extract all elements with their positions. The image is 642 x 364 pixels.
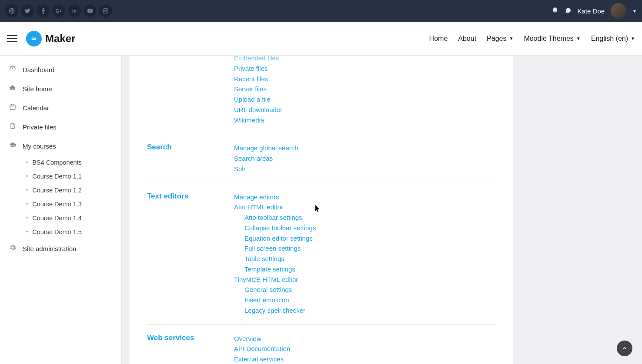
main-content: Embedded filesPrivate filesRecent filesS… xyxy=(122,56,642,364)
setting-link[interactable]: Manage global search xyxy=(234,143,496,153)
sidebar: Dashboard Site home Calendar Private fil… xyxy=(0,56,122,364)
brand[interactable]: ∞ Maker xyxy=(26,31,75,46)
nav-home[interactable]: Home xyxy=(429,35,448,43)
instagram-icon[interactable] xyxy=(99,4,112,17)
nav-themes[interactable]: Moodle Themes▼ xyxy=(524,35,580,43)
nav-themes-label: Moodle Themes xyxy=(524,35,573,43)
setting-link[interactable]: External services xyxy=(234,354,496,364)
linkedin-icon[interactable]: in xyxy=(68,4,81,17)
sidebar-calendar[interactable]: Calendar xyxy=(0,98,121,117)
setting-sub-link[interactable]: Legacy spell checker xyxy=(234,305,496,316)
svg-point-2 xyxy=(105,10,107,12)
setting-sub-link[interactable]: General settings xyxy=(234,285,496,295)
twitter-icon[interactable] xyxy=(21,4,34,17)
sidebar-course-item[interactable]: Course Demo 1.1 xyxy=(17,169,121,183)
sidebar-my-courses[interactable]: My courses xyxy=(0,136,121,156)
setting-link[interactable]: Solr xyxy=(234,164,496,174)
setting-link[interactable]: Atto HTML editor xyxy=(234,202,496,212)
nav-about[interactable]: About xyxy=(458,35,476,43)
user-menu-caret-icon[interactable]: ▼ xyxy=(632,9,637,13)
section-search: Search Manage global searchSearch areasS… xyxy=(147,134,496,183)
sidebar-calendar-label: Calendar xyxy=(23,104,49,112)
section-text-editors-title[interactable]: Text editors xyxy=(147,192,188,200)
username[interactable]: Kate Doe xyxy=(578,7,605,15)
nav-lang-label: English (en) xyxy=(591,35,628,43)
caret-down-icon: ▼ xyxy=(576,36,581,41)
setting-link[interactable]: Search areas xyxy=(234,153,496,164)
nav-pages[interactable]: Pages▼ xyxy=(487,35,513,43)
youtube-icon[interactable] xyxy=(84,4,97,17)
svg-point-3 xyxy=(107,9,107,10)
dashboard-icon xyxy=(9,65,17,74)
scroll-top-button[interactable] xyxy=(617,341,632,356)
navbar: ∞ Maker Home About Pages▼ Moodle Themes▼… xyxy=(0,22,642,56)
sidebar-dashboard-label: Dashboard xyxy=(23,66,54,73)
setting-sub-link[interactable]: Insert emoticon xyxy=(234,295,496,305)
sidebar-site-admin-label: Site administration xyxy=(23,245,76,252)
setting-link[interactable]: TinyMCE HTML editor xyxy=(234,275,496,285)
section-search-title[interactable]: Search xyxy=(147,143,172,151)
sidebar-my-courses-label: My courses xyxy=(23,142,56,150)
graduation-icon xyxy=(9,142,17,150)
setting-link[interactable]: Embedded files xyxy=(234,56,496,63)
caret-down-icon: ▼ xyxy=(631,36,635,41)
facebook-icon[interactable] xyxy=(37,4,50,17)
sidebar-course-item[interactable]: Course Demo 1.4 xyxy=(17,211,121,225)
setting-link[interactable]: Server files xyxy=(234,84,496,94)
nav-pages-label: Pages xyxy=(487,35,506,43)
avatar[interactable] xyxy=(611,3,626,19)
setting-link[interactable]: Manage editors xyxy=(234,192,496,202)
globe-icon[interactable] xyxy=(5,4,18,17)
calendar-icon xyxy=(9,103,17,112)
section-text-editors: Text editors Manage editorsAtto HTML edi… xyxy=(147,183,496,325)
setting-link[interactable]: URL downloader xyxy=(234,105,496,115)
gear-icon xyxy=(9,244,17,253)
setting-sub-link[interactable]: Equation editor settings xyxy=(234,233,496,244)
section-web-services: Web services OverviewAPI DocumentationEx… xyxy=(147,325,496,364)
sidebar-course-item[interactable]: Course Demo 1.2 xyxy=(17,183,121,197)
sidebar-site-home-label: Site home xyxy=(23,85,52,93)
hamburger-menu[interactable] xyxy=(7,35,17,42)
nav-lang[interactable]: English (en)▼ xyxy=(591,35,635,43)
svg-rect-5 xyxy=(10,105,15,109)
sidebar-private-files[interactable]: Private files xyxy=(0,117,121,136)
sidebar-course-item[interactable]: Course Demo 1.5 xyxy=(17,225,121,239)
svg-text:∞: ∞ xyxy=(31,34,37,42)
sidebar-site-home[interactable]: Site home xyxy=(0,79,121,98)
sidebar-courses-list: BS4 ComponentsCourse Demo 1.1Course Demo… xyxy=(0,156,121,239)
setting-link[interactable]: Overview xyxy=(234,334,496,344)
setting-link[interactable]: Wikimedia xyxy=(234,115,496,126)
social-icons: G+ in xyxy=(5,4,112,17)
brand-text: Maker xyxy=(45,33,75,45)
setting-sub-link[interactable]: Atto toolbar settings xyxy=(234,212,496,223)
sidebar-site-admin[interactable]: Site administration xyxy=(0,239,121,258)
setting-sub-link[interactable]: Table settings xyxy=(234,254,496,264)
setting-link[interactable]: Recent files xyxy=(234,74,496,84)
sidebar-dashboard[interactable]: Dashboard xyxy=(0,60,121,79)
topbar-user-area: Kate Doe ▼ xyxy=(552,3,637,19)
home-icon xyxy=(9,84,17,93)
sidebar-private-files-label: Private files xyxy=(23,123,57,131)
setting-link[interactable]: API Documentation xyxy=(234,344,496,354)
setting-sub-link[interactable]: Template settings xyxy=(234,264,496,275)
brand-icon: ∞ xyxy=(26,31,42,46)
setting-sub-link[interactable]: Collapse toolbar settings xyxy=(234,223,496,233)
files-icon xyxy=(9,122,17,131)
section-web-services-title[interactable]: Web services xyxy=(147,334,194,342)
setting-sub-link[interactable]: Full screen settings xyxy=(234,243,496,254)
google-plus-icon[interactable]: G+ xyxy=(52,4,65,17)
sidebar-course-item[interactable]: BS4 Components xyxy=(17,156,121,169)
bell-icon[interactable] xyxy=(552,7,558,15)
setting-link[interactable]: Private files xyxy=(234,63,496,74)
caret-down-icon: ▼ xyxy=(509,36,513,41)
sidebar-course-item[interactable]: Course Demo 1.3 xyxy=(17,197,121,211)
topbar: G+ in Kate Doe ▼ xyxy=(0,0,642,22)
setting-link[interactable]: Upload a file xyxy=(234,94,496,105)
messages-icon[interactable] xyxy=(565,7,572,15)
